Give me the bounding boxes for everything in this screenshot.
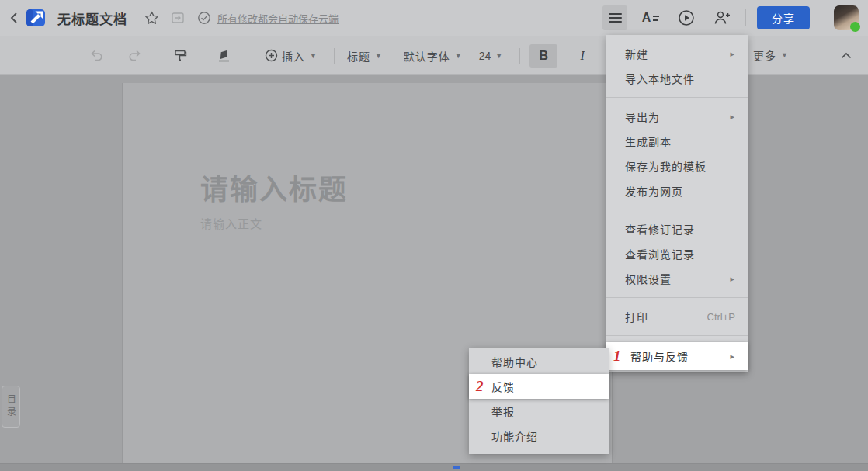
font-family-label: 默认字体 [404,48,450,64]
toolbar-divider [252,48,252,64]
plus-circle-icon [265,49,278,62]
font-family-dropdown[interactable]: 默认字体 ▼ [401,44,465,68]
undo-button[interactable] [82,44,110,68]
menu-item-help-feedback[interactable]: 1 帮助与反馈 ▸ [606,342,748,370]
menu-divider [606,97,748,98]
wechat-badge-icon [850,22,860,32]
redo-icon [127,50,143,62]
header-left: 无标题文档 所有修改都会自动保存云端 [0,7,592,29]
text-outline-icon: A [642,11,660,25]
add-collaborator-button[interactable] [710,5,734,30]
menu-item-view-history[interactable]: 查看浏览记录 [606,241,748,266]
text-settings-button[interactable]: A [638,5,663,30]
page-indicator [453,466,460,469]
app-window: 无标题文档 所有修改都会自动保存云端 [0,0,868,471]
caret-down-icon: ▼ [455,52,462,60]
main-menu-button[interactable] [602,5,627,30]
star-icon [144,11,159,25]
share-button[interactable]: 分享 [757,6,810,29]
present-button[interactable] [674,5,699,30]
menu-item-save-as-template[interactable]: 保存为我的模板 [606,154,748,178]
autosave-status-text[interactable]: 所有修改都会自动保存云端 [217,11,339,26]
toolbar-divider-3 [519,48,520,64]
hamburger-menu-icon [609,13,622,23]
star-favorite-button[interactable] [141,8,161,28]
submenu-arrow-icon: ▸ [730,274,735,284]
clear-format-button[interactable] [210,44,238,68]
submenu-arrow-icon: ▸ [730,112,735,122]
menu-item-export-as[interactable]: 导出为 ▸ [606,104,748,129]
submenu-item-feedback[interactable]: 2 反馈 [469,374,609,399]
collapse-toolbar-button[interactable] [832,43,860,67]
menu-item-permission-settings[interactable]: 权限设置 ▸ [606,266,748,291]
check-circle-icon [197,11,211,25]
bottom-scroll-track[interactable] [0,463,868,471]
font-size-dropdown[interactable]: 24 ▼ [476,44,506,68]
menu-item-print[interactable]: 打印 Ctrl+P [606,304,748,329]
more-tools-dropdown[interactable]: 更多 ▼ [750,43,791,67]
back-button[interactable] [6,7,22,29]
autosave-status-button[interactable] [194,8,214,28]
header-right: A 分享 [592,5,868,30]
user-avatar[interactable] [834,5,859,30]
menu-item-revision-history[interactable]: 查看修订记录 [606,216,748,241]
play-circle-icon [678,9,695,26]
eraser-icon [217,49,231,62]
step-2-annotation: 2 [476,378,484,395]
app-logo-icon [25,7,47,29]
menu-divider [606,297,748,298]
caret-down-icon: ▼ [495,52,502,60]
insert-label: 插入 [282,48,305,64]
document-title[interactable]: 无标题文档 [57,9,127,28]
heading-style-dropdown[interactable]: 标题 ▼ [344,44,385,68]
move-to-folder-icon [171,12,185,24]
more-label: 更多 [753,47,776,63]
caret-down-icon: ▼ [375,52,382,60]
submenu-item-report[interactable]: 举报 [469,399,609,424]
caret-down-icon: ▼ [310,52,317,60]
submenu-item-help-center[interactable]: 帮助中心 [469,349,609,374]
menu-item-import-local-file[interactable]: 导入本地文件 [606,66,748,91]
submenu-arrow-icon: ▸ [730,352,735,362]
header-divider-2 [821,9,821,26]
outline-label: 目录 [5,394,18,419]
format-painter-icon [173,49,187,62]
title-placeholder[interactable]: 请输入标题 [200,167,348,207]
heading-style-label: 标题 [347,48,370,64]
outline-toggle-button[interactable]: 目录 [2,386,20,428]
toolbar-divider-2 [334,48,335,64]
undo-icon [89,50,104,62]
caret-down-icon: ▼ [781,51,788,59]
help-feedback-submenu: 帮助中心 2 反馈 举报 功能介绍 [469,348,609,454]
italic-button[interactable]: I [568,44,596,68]
print-shortcut: Ctrl+P [707,311,735,323]
body-placeholder[interactable]: 请输入正文 [200,215,262,231]
insert-button[interactable]: 插入 ▼ [262,44,320,68]
person-add-icon [713,10,731,26]
header-bar: 无标题文档 所有修改都会自动保存云端 [0,0,868,36]
redo-button[interactable] [121,44,149,68]
main-dropdown-menu: 新建 ▸ 导入本地文件 导出为 ▸ 生成副本 保存为我的模板 发布为网页 查看修… [606,35,748,372]
submenu-arrow-icon: ▸ [730,49,735,59]
move-to-folder-button[interactable] [168,8,188,28]
menu-item-duplicate[interactable]: 生成副本 [606,129,748,154]
back-chevron-icon [10,12,18,24]
menu-item-new[interactable]: 新建 ▸ [606,41,748,66]
bold-button[interactable]: B [529,44,557,68]
chevron-up-icon [841,52,852,59]
header-divider [745,9,746,26]
format-painter-button[interactable] [166,44,194,68]
font-size-value: 24 [479,50,491,62]
menu-divider [606,210,748,210]
menu-item-publish-webpage[interactable]: 发布为网页 [606,178,748,203]
step-1-annotation: 1 [613,348,622,365]
submenu-item-feature-intro[interactable]: 功能介绍 [469,424,609,448]
menu-divider [606,335,748,336]
